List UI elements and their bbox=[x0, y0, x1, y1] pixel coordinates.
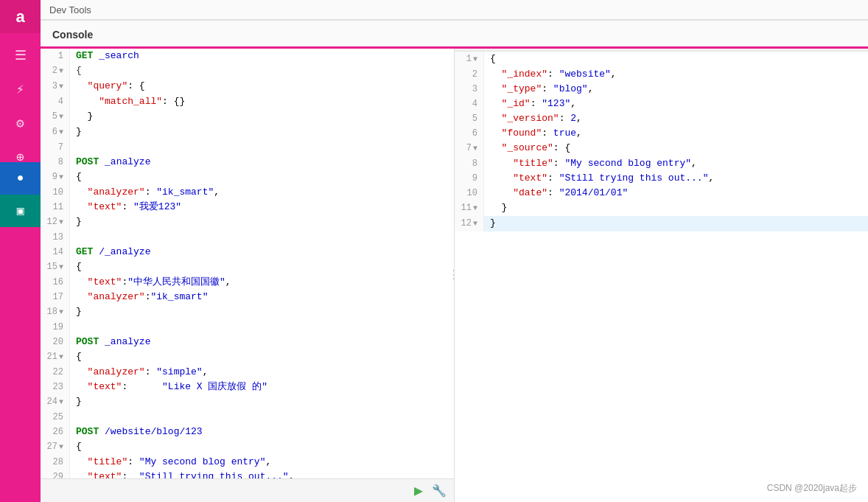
table-row: 9▼ { bbox=[41, 170, 454, 185]
table-row: 18▼ } bbox=[41, 304, 454, 320]
tab-console[interactable]: Console bbox=[49, 23, 96, 49]
table-row: 16 "text":"中华人民共和国国徽", bbox=[41, 275, 454, 290]
table-row: 1▼ { bbox=[455, 52, 868, 67]
table-row: 5 "_version": 2, bbox=[455, 111, 868, 126]
table-row: 20 POST _analyze bbox=[41, 335, 454, 349]
table-row: 2 "_index": "website", bbox=[455, 67, 868, 82]
settings-button[interactable]: 🔧 bbox=[430, 482, 448, 500]
app-title: Dev Tools bbox=[49, 4, 91, 15]
table-row: 7▼ "_source": { bbox=[455, 141, 868, 156]
title-bar: Dev Tools bbox=[41, 0, 868, 21]
table-row: 12▼ } bbox=[455, 216, 868, 231]
table-row: 19 bbox=[41, 320, 454, 335]
table-row: 26 POST /website/blog/123 bbox=[41, 425, 454, 439]
run-button[interactable]: ▶ bbox=[410, 482, 427, 500]
watermark: CSDN @2020java起步 bbox=[767, 482, 857, 495]
table-row: 10 "analyzer": "ik_smart", bbox=[41, 185, 454, 200]
table-row: 23 "text": "Like X 国庆放假 的" bbox=[41, 380, 454, 394]
right-code-area[interactable]: 1▼ { 2 "_index": "website", 3 "_type": "… bbox=[455, 52, 868, 502]
table-row: 11▼ } bbox=[455, 201, 868, 216]
table-row: 14 GET /_analyze bbox=[41, 245, 454, 259]
left-sidebar: a ☰ ⚡ ⚙ ⊕ ● ▣ bbox=[0, 0, 41, 502]
table-row: 6 "found": true, bbox=[455, 126, 868, 141]
table-row: 29 "text": "Still trying this out...", bbox=[41, 470, 454, 478]
main-content: Dev Tools Console 1 GET _search 2▼ { bbox=[41, 0, 868, 502]
sidebar-blue-icon-1[interactable]: ● bbox=[0, 162, 41, 195]
sidebar-blue-section: ● bbox=[0, 162, 41, 195]
panel-divider[interactable]: ⋮ bbox=[449, 49, 455, 502]
table-row: 4 "match_all": {} bbox=[41, 94, 454, 109]
table-row: 5▼ } bbox=[41, 109, 454, 125]
table-row: 25 bbox=[41, 410, 454, 425]
table-row: 8 POST _analyze bbox=[41, 155, 454, 170]
sidebar-icon-3[interactable]: ⚙ bbox=[0, 107, 41, 139]
app-logo: a bbox=[0, 0, 41, 33]
right-editor-panel: 1▼ { 2 "_index": "website", 3 "_type": "… bbox=[455, 49, 868, 502]
table-row: 15▼ { bbox=[41, 259, 454, 275]
table-row: 13 bbox=[41, 230, 454, 245]
table-row: 10 "date": "2014/01/01" bbox=[455, 186, 868, 201]
table-row: 6▼ } bbox=[41, 125, 454, 140]
table-row: 3 "_type": "blog", bbox=[455, 82, 868, 97]
tab-bar: Console bbox=[41, 21, 868, 49]
table-row: 22 "analyzer": "simple", bbox=[41, 365, 454, 380]
sidebar-teal-section: ▣ bbox=[0, 195, 41, 227]
table-row: 4 "_id": "123", bbox=[455, 97, 868, 111]
table-row: 21▼ { bbox=[41, 349, 454, 365]
sidebar-teal-icon-1[interactable]: ▣ bbox=[0, 195, 41, 227]
logo-letter: a bbox=[15, 7, 24, 27]
sidebar-icon-2[interactable]: ⚡ bbox=[0, 73, 41, 105]
table-row: 17 "analyzer":"ik_smart" bbox=[41, 290, 454, 304]
table-row: 27▼ { bbox=[41, 439, 454, 455]
left-code-area[interactable]: 1 GET _search 2▼ { 3▼ "query": { 4 "matc… bbox=[41, 49, 454, 478]
table-row: 1 GET _search bbox=[41, 49, 454, 63]
editor-area: 1 GET _search 2▼ { 3▼ "query": { 4 "matc… bbox=[41, 49, 868, 502]
left-panel-toolbar: ▶ 🔧 bbox=[41, 478, 454, 502]
sidebar-icons: ☰ ⚡ ⚙ ⊕ bbox=[0, 33, 41, 173]
table-row: 3▼ "query": { bbox=[41, 79, 454, 94]
table-row: 28 "title": "My second blog entry", bbox=[41, 455, 454, 470]
table-row: 12▼ } bbox=[41, 215, 454, 230]
table-row: 8 "title": "My second blog entry", bbox=[455, 156, 868, 171]
sidebar-icon-1[interactable]: ☰ bbox=[0, 39, 41, 72]
table-row: 2▼ { bbox=[41, 63, 454, 79]
table-row: 9 "text": "Still trying this out...", bbox=[455, 171, 868, 186]
left-editor-panel: 1 GET _search 2▼ { 3▼ "query": { 4 "matc… bbox=[41, 49, 455, 502]
table-row: 24▼ } bbox=[41, 394, 454, 410]
table-row: 11 "text": "我爱123" bbox=[41, 200, 454, 215]
table-row: 7 bbox=[41, 140, 454, 155]
